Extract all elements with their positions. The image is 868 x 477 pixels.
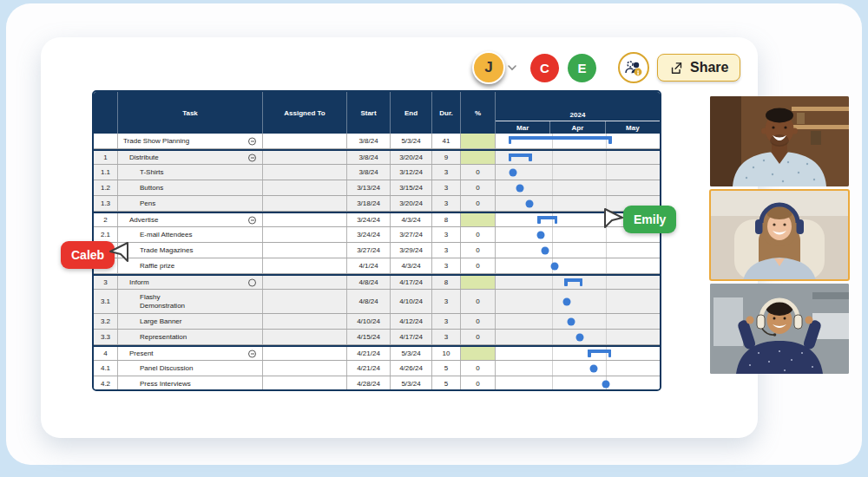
cell-pct[interactable] (460, 134, 495, 148)
share-button[interactable]: Share (657, 54, 740, 82)
avatar-user-e[interactable]: E (568, 54, 596, 82)
video-tile-woman-headset[interactable] (710, 284, 849, 374)
cell-task[interactable]: Panel Discussion (117, 361, 262, 376)
gantt-task-dot[interactable] (563, 297, 571, 305)
cell-start[interactable]: 3/24/24 (346, 227, 390, 242)
gantt-task-dot[interactable] (516, 184, 524, 192)
cell-assigned[interactable] (262, 213, 346, 226)
cell-gantt[interactable] (495, 258, 660, 273)
cell-assigned[interactable] (262, 258, 346, 273)
cell-assigned[interactable] (262, 290, 346, 313)
cell-dur[interactable]: 3 (431, 290, 460, 313)
cell-wbs[interactable]: 3.1 (94, 290, 117, 313)
cell-gantt[interactable] (495, 290, 660, 313)
cell-task[interactable]: Distribute (117, 151, 262, 164)
cell-dur[interactable]: 10 (431, 347, 460, 360)
cell-gantt[interactable] (495, 314, 660, 329)
avatar-user-j[interactable]: J (472, 51, 505, 84)
collapse-toggle-icon[interactable] (248, 278, 256, 286)
cell-start[interactable]: 3/27/24 (346, 243, 390, 258)
cell-assigned[interactable] (262, 330, 346, 344)
cell-end[interactable]: 4/17/24 (390, 330, 431, 344)
cell-start[interactable]: 3/18/24 (346, 196, 390, 211)
cell-dur[interactable]: 3 (431, 314, 460, 329)
cell-end[interactable]: 3/27/24 (390, 227, 431, 242)
gantt-task-dot[interactable] (509, 168, 516, 176)
cell-wbs[interactable]: 1.3 (94, 196, 117, 211)
chevron-down-icon[interactable] (506, 62, 518, 74)
cell-wbs[interactable]: 1 (94, 151, 117, 164)
cell-gantt[interactable] (495, 347, 660, 360)
cell-end[interactable]: 5/3/24 (390, 376, 431, 391)
cell-assigned[interactable] (262, 196, 346, 211)
cell-task[interactable]: Pens (117, 196, 262, 211)
cell-assigned[interactable] (262, 347, 346, 360)
cell-pct[interactable]: 0 (460, 290, 495, 313)
gantt-task-dot[interactable] (550, 262, 558, 270)
cell-task[interactable]: Raffle prize (117, 258, 262, 273)
collapse-toggle-icon[interactable] (248, 137, 256, 145)
cell-end[interactable]: 3/29/24 (390, 243, 431, 258)
cell-dur[interactable]: 3 (431, 196, 460, 211)
collaborators-button[interactable] (618, 52, 649, 83)
cell-gantt[interactable] (495, 151, 660, 164)
cell-start[interactable]: 4/1/24 (346, 258, 390, 273)
cell-start[interactable]: 4/8/24 (346, 290, 390, 313)
cell-assigned[interactable] (262, 134, 346, 148)
cell-gantt[interactable] (495, 165, 660, 180)
cell-wbs[interactable]: 3.3 (94, 330, 117, 344)
cell-task[interactable]: Press Interviews (117, 376, 262, 391)
cell-dur[interactable]: 5 (431, 361, 460, 376)
collapse-toggle-icon[interactable] (248, 154, 256, 161)
cell-start[interactable]: 3/8/24 (346, 151, 390, 164)
cell-start[interactable]: 4/28/24 (346, 376, 390, 391)
cell-task[interactable]: Buttons (117, 180, 262, 195)
cell-pct[interactable]: 0 (460, 180, 495, 195)
gantt-summary-bar[interactable] (509, 136, 612, 140)
cell-end[interactable]: 3/20/24 (390, 196, 431, 211)
cell-wbs[interactable]: 3.2 (94, 314, 117, 329)
cell-assigned[interactable] (262, 276, 346, 289)
cell-assigned[interactable] (262, 165, 346, 180)
cell-wbs[interactable]: 2 (94, 213, 117, 226)
cell-dur[interactable]: 9 (431, 151, 460, 164)
gantt-task-dot[interactable] (567, 317, 575, 325)
cell-task[interactable]: T-Shirts (117, 165, 262, 180)
cell-pct[interactable]: 0 (460, 165, 495, 180)
cell-gantt[interactable] (495, 243, 660, 258)
gantt-task-dot[interactable] (576, 333, 584, 341)
cell-start[interactable]: 3/8/24 (346, 165, 390, 180)
cell-end[interactable]: 4/3/24 (390, 258, 431, 273)
video-tile-woman-active[interactable] (710, 190, 849, 280)
cell-start[interactable]: 4/15/24 (346, 330, 390, 344)
cell-end[interactable]: 4/10/24 (390, 290, 431, 313)
cell-pct[interactable]: 0 (460, 243, 495, 258)
cell-pct[interactable]: 0 (460, 227, 495, 242)
cell-task[interactable]: Representation (117, 330, 262, 344)
cell-end[interactable]: 3/12/24 (390, 165, 431, 180)
cell-end[interactable]: 4/17/24 (390, 276, 431, 289)
cell-task[interactable]: Advertise (117, 213, 262, 226)
cell-wbs[interactable]: 3 (94, 276, 117, 289)
cell-pct[interactable]: 0 (460, 314, 495, 329)
cell-task[interactable]: Large Banner (117, 314, 262, 329)
cell-task[interactable]: Trade Show Planning (117, 134, 262, 148)
cell-task[interactable]: Trade Magazines (117, 243, 262, 258)
cell-dur[interactable]: 5 (431, 376, 460, 391)
cell-end[interactable]: 5/3/24 (390, 134, 431, 148)
gantt-task-dot[interactable] (525, 199, 533, 207)
cell-task[interactable]: Inform (117, 276, 262, 289)
gantt-summary-bar[interactable] (588, 350, 611, 353)
gantt-task-dot[interactable] (542, 246, 549, 254)
gantt-summary-bar[interactable] (537, 216, 557, 219)
cell-wbs[interactable]: 4.2 (94, 376, 117, 391)
gantt-task-dot[interactable] (602, 380, 610, 388)
gantt-task-dot[interactable] (589, 364, 597, 372)
cell-task[interactable]: Flashy Demonstration (117, 290, 262, 313)
cell-dur[interactable]: 3 (431, 330, 460, 344)
cell-wbs[interactable]: 1.2 (94, 180, 117, 195)
cell-dur[interactable]: 3 (431, 258, 460, 273)
cell-gantt[interactable] (495, 276, 660, 289)
cell-assigned[interactable] (262, 361, 346, 376)
video-tile-man[interactable] (710, 96, 849, 186)
